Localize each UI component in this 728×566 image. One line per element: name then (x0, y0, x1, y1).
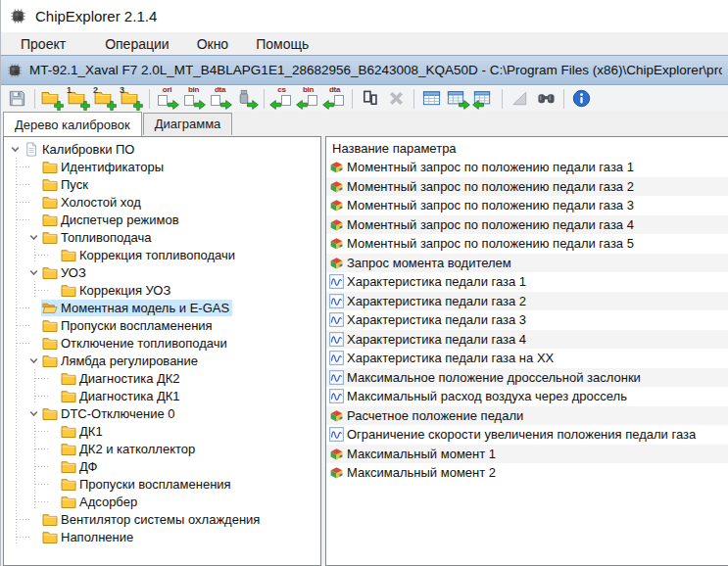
tree-node-content[interactable]: Коррекция УОЗ (60, 282, 173, 299)
compare-button[interactable] (357, 86, 383, 111)
chevron-expanded-icon[interactable] (10, 144, 21, 155)
save-button[interactable] (4, 86, 30, 111)
tree-node[interactable]: Лямбда регулирование (4, 352, 320, 369)
tree-node-content[interactable]: УОЗ (41, 264, 89, 281)
parameter-row[interactable]: Характеристика педали газа 1 (326, 272, 728, 292)
tree-node[interactable]: Калибровки ПО (4, 140, 320, 158)
parameter-row[interactable]: Моментный запрос по положению педали газ… (326, 158, 728, 177)
menu-operations[interactable]: Операции (91, 34, 183, 54)
tree-node-label: Моментная модель и E-GAS (61, 301, 229, 315)
tree-node-content[interactable]: Пуск (41, 176, 91, 193)
chevron-expanded-icon[interactable] (28, 232, 39, 243)
tree-node[interactable]: Идентификаторы (4, 158, 320, 175)
export-usb-button[interactable] (233, 86, 260, 111)
chevron-expanded-icon[interactable] (28, 355, 39, 366)
tree-node-content[interactable]: Коррекция топливоподачи (60, 247, 238, 263)
parameter-row[interactable]: Максимальный момент 1 (326, 445, 728, 464)
tree-node-content[interactable]: Холостой ход (41, 194, 144, 211)
tree-node[interactable]: Моментная модель и E-GAS (4, 299, 320, 316)
tree-node[interactable]: Коррекция УОЗ (4, 281, 320, 299)
tree-node[interactable]: Адсорбер (4, 493, 320, 510)
tree-node-content[interactable]: Лямбда регулирование (41, 353, 201, 369)
tree-node-content[interactable]: ДФ (60, 458, 100, 475)
parameter-row[interactable]: Максимальное положение дроссельной засло… (326, 368, 728, 388)
tab-calibration-tree[interactable]: Дерево калибровок (3, 112, 142, 136)
add-folder-3-button[interactable]: 3 (119, 86, 145, 111)
tree-node-content[interactable]: Топливоподача (41, 229, 155, 246)
tree-node-content[interactable]: Диагностика ДК2 (60, 370, 183, 387)
export-ori-button[interactable]: ori (154, 86, 180, 111)
expander-slot[interactable] (26, 232, 41, 243)
expander-slot[interactable] (26, 408, 41, 419)
parameter-row[interactable]: Максимальный момент 2 (326, 463, 728, 483)
expander-slot[interactable] (8, 144, 23, 155)
parameter-row[interactable]: Запрос момента водителем (326, 254, 728, 273)
tree-node[interactable]: Холостой ход (4, 193, 320, 211)
tree-node-content[interactable]: Вентилятор системы охлаждения (41, 511, 263, 528)
parameter-row[interactable]: Характеристика педали газа 4 (326, 330, 728, 350)
expander-slot[interactable] (26, 267, 41, 278)
export-bin-button[interactable]: bin (180, 86, 207, 111)
import-cs-button[interactable]: cs (268, 86, 295, 111)
tree-node-content[interactable]: Пропуски воспламенения (41, 317, 216, 334)
add-folder-2-button[interactable]: 2 (92, 86, 119, 111)
tree-node-content[interactable]: ДК2 и катколлектор (60, 441, 198, 457)
parameter-row[interactable]: Моментный запрос по положению педали газ… (326, 177, 728, 197)
parameter-row[interactable]: Моментный запрос по положению педали газ… (326, 196, 728, 215)
tree-node-content[interactable]: ДК1 (60, 423, 106, 440)
chevron-expanded-icon[interactable] (28, 408, 39, 419)
table-button[interactable] (418, 86, 445, 111)
tree-node[interactable]: ДФ (4, 457, 320, 475)
add-folder-button[interactable] (39, 86, 66, 111)
tree-node[interactable]: Наполнение (4, 528, 320, 545)
parameter-row[interactable]: Максимальный расход воздуха через дроссе… (326, 387, 728, 406)
parameter-row[interactable]: Моментный запрос по положению педали газ… (326, 234, 728, 254)
search-button[interactable] (533, 86, 559, 111)
table-export-button[interactable] (445, 86, 471, 111)
tree-node[interactable]: Диагностика ДК1 (4, 387, 320, 404)
import-bin-button[interactable]: bin (295, 86, 321, 111)
tree-node[interactable]: УОЗ (4, 263, 320, 281)
tree-node[interactable]: Отключение топливоподачи (4, 334, 320, 352)
table-import-button[interactable] (471, 86, 498, 111)
add-folder-1-button[interactable]: 1 (66, 86, 92, 111)
parameter-row[interactable]: Характеристика педали газа на ХХ (326, 349, 728, 368)
parameter-row[interactable]: Ограничение скорости увеличения положени… (326, 425, 728, 445)
tab-diagram[interactable]: Диаграмма (143, 113, 233, 135)
tree-node-content[interactable]: Диспетчер режимов (41, 212, 182, 228)
tree-node[interactable]: Вентилятор системы охлаждения (4, 510, 320, 528)
menu-help[interactable]: Помощь (242, 34, 322, 54)
tree-node[interactable]: Топливоподача (4, 228, 320, 246)
export-dta-button[interactable]: dta (207, 86, 233, 111)
tree-node[interactable]: ДК2 и катколлектор (4, 440, 320, 457)
tree-node-content[interactable]: Пропуски воспламенения (60, 476, 234, 493)
tree-node-content[interactable]: Калибровки ПО (23, 141, 137, 158)
menu-window[interactable]: Окно (183, 34, 243, 54)
tree-node[interactable]: Пропуски воспламенения (4, 475, 320, 493)
column-header-parameter-name[interactable]: Название параметра (326, 139, 728, 158)
tree-node[interactable]: Пропуски воспламенения (4, 316, 320, 334)
tree-node-content[interactable]: Идентификаторы (41, 159, 167, 175)
tree-node[interactable]: Пуск (4, 175, 320, 193)
tree-node[interactable]: Диспетчер режимов (4, 211, 320, 228)
document-title-bar[interactable]: MT-92.1_Xaval F7 2.0L_MT_B4BLAPG1E1_2868… (1, 55, 728, 85)
tree-node[interactable]: ДК1 (4, 422, 320, 440)
tree-node[interactable]: Диагностика ДК2 (4, 369, 320, 387)
parameter-row[interactable]: Характеристика педали газа 2 (326, 292, 728, 311)
tree-node-content[interactable]: Адсорбер (60, 494, 140, 510)
chevron-expanded-icon[interactable] (28, 267, 39, 278)
tree-node-content[interactable]: DTC-Отключение 0 (41, 405, 178, 422)
info-button[interactable] (568, 86, 595, 111)
expander-slot[interactable] (26, 355, 41, 366)
tree-node-content[interactable]: Диагностика ДК1 (60, 388, 183, 404)
parameter-row[interactable]: Моментный запрос по положению педали газ… (326, 215, 728, 235)
tree-node-content[interactable]: Моментная модель и E-GAS (41, 300, 232, 316)
tree-node-content[interactable]: Наполнение (41, 529, 136, 545)
parameter-row[interactable]: Расчетное положение педали (326, 406, 728, 426)
import-dta-button[interactable]: dta (321, 86, 348, 111)
menu-project[interactable]: Проект (7, 34, 79, 54)
tree-node-content[interactable]: Отключение топливоподачи (41, 335, 230, 352)
tree-node[interactable]: DTC-Отключение 0 (4, 404, 320, 422)
tree-node[interactable]: Коррекция топливоподачи (4, 246, 320, 263)
parameter-row[interactable]: Характеристика педали газа 3 (326, 310, 728, 330)
